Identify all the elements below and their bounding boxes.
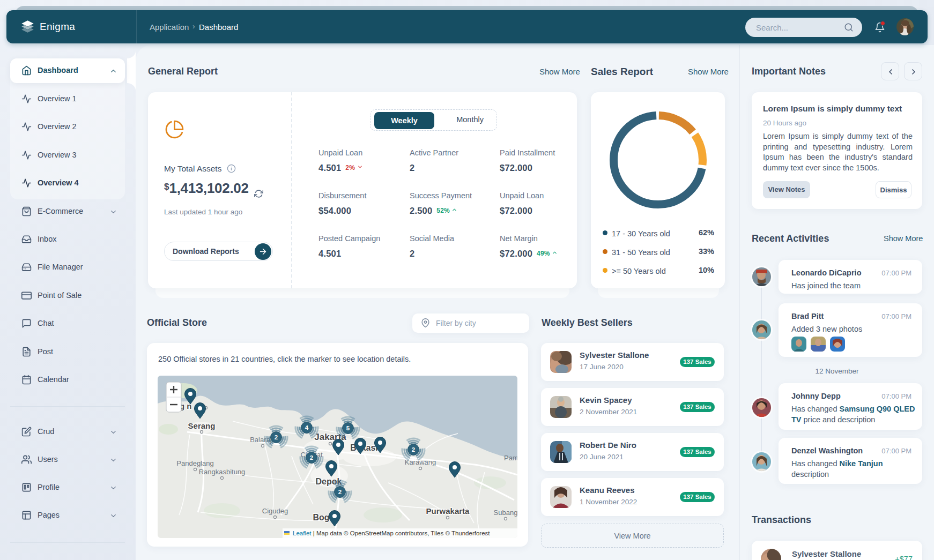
svg-text:Pama: Pama <box>504 454 517 462</box>
svg-text:Pandeglang: Pandeglang <box>176 459 213 467</box>
svg-text:Subang: Subang <box>494 509 517 517</box>
svg-text:Serang: Serang <box>188 421 216 430</box>
svg-text:Cigudeg: Cigudeg <box>262 507 288 515</box>
svg-text:Purwakarta: Purwakarta <box>426 506 470 516</box>
svg-text:4: 4 <box>305 424 309 431</box>
svg-text:Rangkasbitung: Rangkasbitung <box>199 468 246 476</box>
svg-text:5: 5 <box>346 425 350 431</box>
svg-text:2: 2 <box>275 434 278 440</box>
svg-text:2: 2 <box>412 446 415 453</box>
svg-text:2: 2 <box>338 489 342 495</box>
svg-text:Leaflet | Map data © OpenStree: Leaflet | Map data © OpenStreetMap contr… <box>293 530 490 536</box>
svg-text:2: 2 <box>310 454 313 461</box>
